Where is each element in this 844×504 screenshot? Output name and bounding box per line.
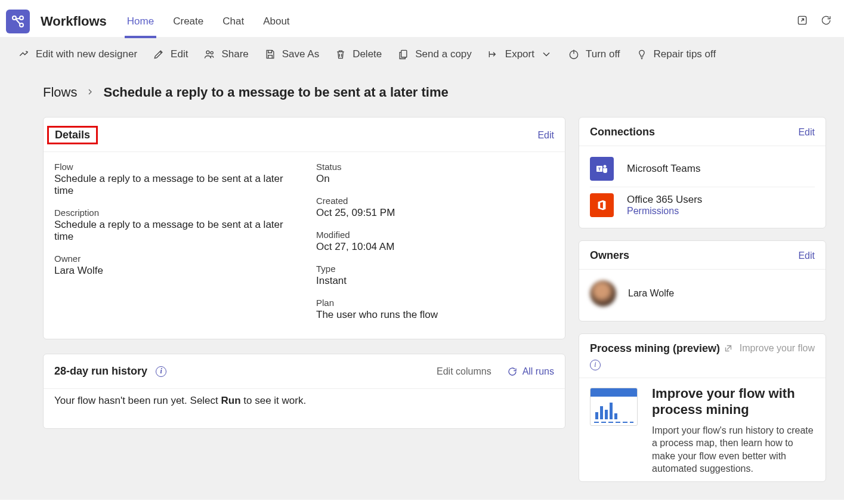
connections-card: Connections Edit T Microsoft Teams bbox=[579, 117, 826, 228]
plan-label: Plan bbox=[316, 298, 554, 308]
tab-chat[interactable]: Chat bbox=[220, 7, 246, 38]
svg-point-5 bbox=[211, 51, 213, 54]
tab-create[interactable]: Create bbox=[171, 7, 206, 38]
share-label: Share bbox=[221, 48, 248, 60]
run-empty-suffix: to see it work. bbox=[241, 395, 307, 406]
status-value: On bbox=[316, 173, 554, 185]
flow-label: Flow bbox=[54, 162, 292, 172]
edit-label: Edit bbox=[171, 48, 188, 60]
run-history-card: 28-day run history i Edit columns All ru… bbox=[43, 354, 565, 429]
tab-home[interactable]: Home bbox=[125, 7, 156, 38]
save-as-label: Save As bbox=[282, 48, 319, 60]
svg-point-0 bbox=[13, 16, 16, 20]
connection-name: Microsoft Teams bbox=[627, 163, 700, 175]
app-header: Workflows Home Create Chat About bbox=[0, 0, 844, 37]
improve-flow-label: Improve your flow bbox=[740, 342, 815, 354]
avatar bbox=[590, 280, 616, 307]
plan-value: The user who runs the flow bbox=[316, 309, 554, 321]
save-as-button[interactable]: Save As bbox=[264, 48, 319, 60]
chevron-down-icon bbox=[540, 48, 552, 60]
chevron-right-icon bbox=[85, 85, 95, 100]
refresh-icon bbox=[507, 366, 518, 377]
connection-row-office: Office 365 Users Permissions bbox=[590, 187, 815, 223]
edit-new-designer-button[interactable]: Edit with new designer bbox=[18, 48, 137, 60]
turn-off-button[interactable]: Turn off bbox=[568, 48, 620, 60]
connections-edit-link[interactable]: Edit bbox=[798, 127, 815, 138]
breadcrumb-root[interactable]: Flows bbox=[43, 85, 77, 100]
svg-point-1 bbox=[20, 16, 23, 20]
svg-rect-6 bbox=[401, 50, 407, 57]
created-label: Created bbox=[316, 196, 554, 206]
tab-about[interactable]: About bbox=[261, 7, 292, 38]
connection-row-teams: T Microsoft Teams bbox=[590, 151, 815, 187]
svg-point-10 bbox=[604, 165, 607, 168]
run-history-title: 28-day run history bbox=[54, 365, 147, 378]
run-empty-bold: Run bbox=[221, 395, 241, 406]
owner-label: Owner bbox=[54, 253, 292, 264]
export-button[interactable]: Export bbox=[487, 48, 552, 60]
connection-name: Office 365 Users bbox=[627, 194, 702, 206]
pm-card-title: Improve your flow with process mining bbox=[652, 385, 815, 418]
process-mining-title: Process mining (preview) bbox=[590, 342, 720, 355]
owner-value: Lara Wolfe bbox=[54, 265, 292, 277]
office-icon bbox=[590, 193, 614, 217]
info-icon[interactable]: i bbox=[590, 360, 601, 370]
edit-button[interactable]: Edit bbox=[153, 48, 188, 60]
type-value: Instant bbox=[316, 275, 554, 287]
export-label: Export bbox=[505, 48, 534, 60]
run-empty-prefix: Your flow hasn't been run yet. Select bbox=[54, 395, 221, 406]
description-value: Schedule a reply to a message to be sent… bbox=[54, 219, 292, 243]
pm-card-text: Import your flow's run history to create… bbox=[652, 424, 815, 475]
breadcrumb-current: Schedule a reply to a message to be sent… bbox=[103, 85, 448, 100]
delete-button[interactable]: Delete bbox=[335, 48, 382, 60]
improve-flow-link[interactable]: Improve your flow bbox=[723, 342, 815, 354]
details-edit-link[interactable]: Edit bbox=[537, 130, 554, 141]
owner-row: Lara Wolfe bbox=[590, 274, 815, 313]
run-history-empty: Your flow hasn't been run yet. Select Ru… bbox=[44, 388, 565, 428]
flow-value: Schedule a reply to a message to be sent… bbox=[54, 173, 292, 197]
open-external-icon[interactable] bbox=[796, 14, 808, 29]
process-mining-card: Process mining (preview) i Improve your … bbox=[579, 333, 826, 482]
main-content: Flows Schedule a reply to a message to b… bbox=[0, 72, 844, 500]
nav-tabs: Home Create Chat About bbox=[125, 6, 796, 37]
description-label: Description bbox=[54, 208, 292, 218]
details-title-highlight: Details bbox=[47, 126, 98, 144]
all-runs-label: All runs bbox=[523, 366, 554, 377]
svg-point-2 bbox=[20, 23, 23, 27]
owners-title: Owners bbox=[590, 249, 629, 262]
workflows-app-icon bbox=[6, 10, 30, 33]
refresh-icon[interactable] bbox=[820, 14, 832, 29]
repair-tips-button[interactable]: Repair tips off bbox=[636, 48, 716, 60]
turn-off-label: Turn off bbox=[586, 48, 620, 60]
modified-label: Modified bbox=[316, 230, 554, 240]
delete-label: Delete bbox=[353, 48, 382, 60]
process-mining-thumbnail bbox=[590, 388, 638, 426]
type-label: Type bbox=[316, 264, 554, 274]
status-label: Status bbox=[316, 162, 554, 172]
details-title: Details bbox=[55, 129, 90, 141]
share-button[interactable]: Share bbox=[203, 48, 248, 60]
teams-icon: T bbox=[590, 157, 614, 181]
open-external-icon bbox=[723, 343, 734, 354]
edit-new-designer-label: Edit with new designer bbox=[36, 48, 137, 60]
details-card: Details Edit Flow Schedule a reply to a … bbox=[43, 117, 565, 339]
breadcrumb: Flows Schedule a reply to a message to b… bbox=[43, 85, 826, 100]
permissions-link[interactable]: Permissions bbox=[627, 206, 702, 217]
send-copy-button[interactable]: Send a copy bbox=[397, 48, 472, 60]
owners-card: Owners Edit Lara Wolfe bbox=[579, 240, 826, 321]
owners-edit-link[interactable]: Edit bbox=[798, 251, 815, 261]
modified-value: Oct 27, 10:04 AM bbox=[316, 241, 554, 253]
owner-name: Lara Wolfe bbox=[628, 288, 674, 299]
svg-text:T: T bbox=[598, 166, 601, 172]
repair-tips-label: Repair tips off bbox=[654, 48, 716, 60]
info-icon[interactable]: i bbox=[156, 366, 166, 377]
created-value: Oct 25, 09:51 PM bbox=[316, 207, 554, 219]
app-title: Workflows bbox=[41, 14, 107, 29]
command-toolbar: Edit with new designer Edit Share Save A… bbox=[0, 37, 844, 72]
send-copy-label: Send a copy bbox=[415, 48, 472, 60]
edit-columns-link[interactable]: Edit columns bbox=[437, 366, 491, 377]
all-runs-link[interactable]: All runs bbox=[507, 366, 554, 377]
svg-point-4 bbox=[206, 51, 209, 54]
connections-title: Connections bbox=[590, 126, 655, 138]
